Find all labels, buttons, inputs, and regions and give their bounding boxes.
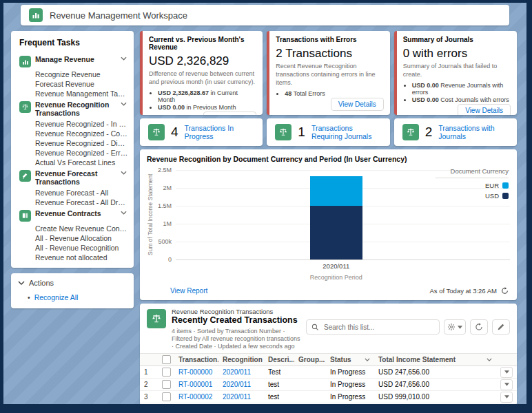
row-actions-cell [496,379,517,391]
row-checkbox[interactable] [162,368,171,377]
row-number: 1 [140,366,158,379]
chevron-down-icon [121,171,127,175]
row-menu-button[interactable] [500,404,513,405]
chevron-down-icon[interactable] [487,358,492,361]
transactions-table: Transaction...↑ Recognition ... Descri..… [140,353,517,404]
recognition-period-link[interactable]: 2020/011 [223,368,251,376]
list-toolbar [306,319,510,335]
sidebar-item-all-revenue-allocation[interactable]: All - Revenue Allocation [18,233,128,243]
group-label: Manage Revenue [35,55,116,63]
group-label: Revenue Contracts [35,209,116,218]
row-checkbox-cell [158,403,174,404]
list-settings-button[interactable] [444,319,466,335]
sidebar-group-manage-revenue[interactable]: Manage Revenue [18,53,128,70]
kpi-description: Summary of Journals that failed to creat… [403,62,511,78]
refresh-icon[interactable] [501,287,509,295]
chart-body: Sum of Total Income Statement 2.5M2M1.5M… [147,170,510,260]
count-card-in-progress[interactable]: 4 Transactions In Progress [140,118,263,146]
header-row-actions [496,354,517,366]
search-icon [311,324,319,331]
transaction-link-cell: RT-000001 [174,379,218,391]
count-value: 4 [171,125,178,140]
row-menu-button[interactable] [500,367,513,378]
kpi-description: Difference of revenue between current an… [149,70,256,86]
pencil-icon [497,323,505,331]
sidebar-item-task-launcher[interactable]: Revenue Management Task Launcher [18,89,128,98]
sidebar-item-forecast-all-drafts[interactable]: Revenue Forecast - All Drafts [18,198,128,207]
sidebar-item-forecast-revenue[interactable]: Forecast Revenue [18,79,128,89]
status-cell: In Progress [326,403,374,404]
kpi-value: USD 2,326,829 [149,54,256,68]
sidebar-item-recognize-revenue[interactable]: Recognize Revenue [18,70,128,79]
row-actions-cell [496,403,517,404]
sidebar-item-actual-vs-forecast[interactable]: Actual Vs Forecast Lines [18,158,128,167]
kpi-bullet: USD 0.00 in Previous Month [158,104,256,111]
recognition-period-cell: 2020/011 [218,379,264,391]
column-recognition-period[interactable]: Recognition ... [218,354,264,366]
actions-header[interactable]: Actions [18,279,127,287]
sidebar-item-forecast-all[interactable]: Revenue Forecast - All [18,188,128,198]
chevron-down-icon[interactable] [365,358,370,361]
y-tick-label: 500k [158,238,172,245]
description-cell: test [264,391,294,403]
legend-item-eur[interactable]: EUR [436,182,509,189]
refresh-list-button[interactable] [470,319,488,335]
row-number: 4 [140,403,158,404]
view-report-link[interactable]: View Report [170,287,207,295]
row-menu-button[interactable] [500,392,513,403]
bar-segment-eur[interactable] [310,176,362,206]
column-total-income-statement[interactable]: Total Income Statement [374,354,496,366]
recognition-period-link[interactable]: 2020/011 [223,393,251,401]
row-menu-button[interactable] [500,379,513,390]
sidebar-group-revenue-contracts[interactable]: Revenue Contracts [18,207,128,224]
sidebar-item-recognized-errors[interactable]: Revenue Recognized - Errors [18,148,128,158]
column-description[interactable]: Descri... [264,354,294,366]
row-checkbox-cell [158,391,174,403]
view-details-button[interactable]: View Details [331,98,384,111]
header-rownum [140,354,158,366]
scale-icon [275,124,291,140]
legend-label: USD [485,192,499,200]
column-group[interactable]: Group... [294,354,326,366]
sidebar-group-revenue-recognition-transactions[interactable]: Revenue Recognition Transactions [18,98,128,119]
view-details-button[interactable]: View Details [458,104,511,115]
chart-card: Revenue Recognition by Document Currency… [140,149,517,300]
legend-item-usd[interactable]: USD [436,192,509,200]
row-checkbox[interactable] [162,380,171,389]
total-income-cell: USD 247,656.00 [374,379,496,391]
transaction-link[interactable]: RT-000002 [178,393,212,401]
transaction-link[interactable]: RT-000000 [178,368,212,376]
kpi-bullet: 48 Total Errors [285,90,383,97]
count-label: Transactions In Progress [185,124,255,140]
transaction-link-cell: RT-000002 [174,391,218,403]
row-checkbox[interactable] [162,392,171,401]
sidebar-item-recognized-committed[interactable]: Revenue Recognized - Committed [18,129,128,138]
row-checkbox-cell [158,366,174,379]
sidebar-item-recognized-discarded[interactable]: Revenue Recognized - Discarded [18,138,128,148]
recognition-period-link[interactable]: 2020/011 [223,381,251,388]
sidebar-item-recognized-in-progress[interactable]: Revenue Recognized - In Progress [18,119,128,129]
search-input[interactable] [323,323,434,332]
chevron-down-icon [121,56,127,61]
column-transaction-number[interactable]: Transaction...↑ [174,354,218,366]
y-tick-label: 2M [163,184,172,191]
edit-list-button[interactable] [492,319,510,335]
sidebar-group-revenue-forecast-transactions[interactable]: Revenue Forecast Transactions [18,167,128,188]
count-card-requiring-journals[interactable]: 1 Transactions Requiring Journals [267,118,389,146]
sidebar-item-all-revenue-recognition[interactable]: All - Revenue Recognition [18,243,128,253]
column-status[interactable]: Status [326,354,374,366]
status-cell: In Progress [326,379,374,391]
transaction-link[interactable]: RT-000001 [178,381,212,388]
description-cell: test [264,403,294,404]
description-cell: test [264,379,294,391]
bar-segment-usd[interactable] [310,206,362,260]
select-all-checkbox[interactable] [162,355,171,364]
sidebar-item-create-contract[interactable]: Create New Revenue Contract [18,224,128,233]
action-recognize-all[interactable]: Recognize All [28,293,127,301]
view-details-button[interactable]: View Details [203,112,256,115]
chart-legend: Document Currency EURUSD [436,167,509,202]
count-card-with-journals[interactable]: 2 Transactions with Journals [394,118,517,146]
sidebar-item-revenue-not-allocated[interactable]: Revenue not allocated [18,253,128,262]
x-tick-label: 2020/011 [323,262,349,270]
description-cell: Test [264,366,294,379]
